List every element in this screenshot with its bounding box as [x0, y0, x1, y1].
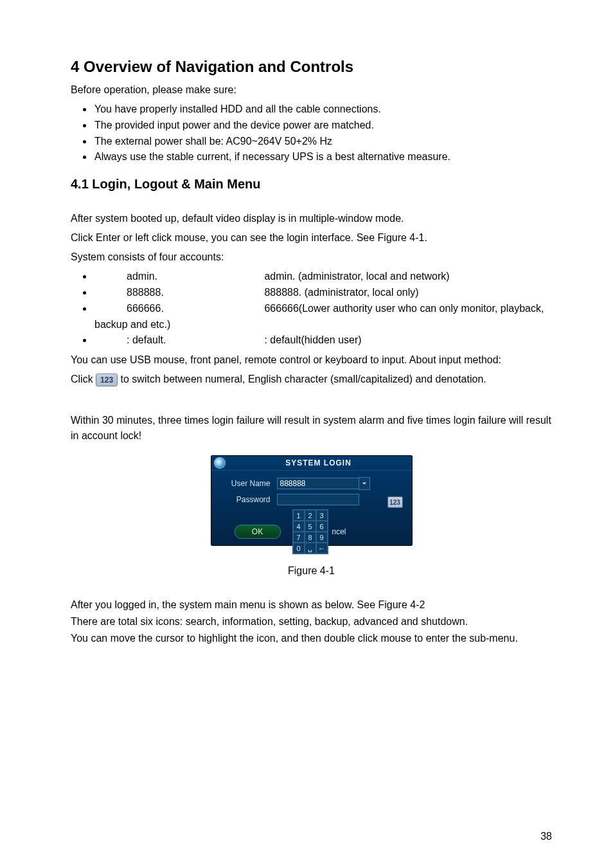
ok-button[interactable]: OK: [235, 525, 281, 539]
list-item: : default. : default(hidden user): [93, 332, 552, 348]
dialog-body: User Name 888888 Password 123 1 2: [211, 471, 412, 545]
body-text: There are total six icons: search, infor…: [71, 614, 552, 629]
body-text: Click Enter or left click mouse, you can…: [71, 230, 552, 246]
body-text: You can use USB mouse, front panel, remo…: [71, 352, 552, 368]
account-desc-wrap: backup and etc.): [94, 317, 552, 333]
account-desc: 888888. (administrator, local only): [264, 287, 418, 298]
text-fragment: Click: [71, 374, 96, 384]
keypad-key[interactable]: 0: [293, 543, 305, 554]
keypad-key[interactable]: 2: [305, 510, 316, 521]
login-dialog: SYSTEM LOGIN User Name 888888 Password 1…: [211, 455, 413, 546]
account-name: admin.: [94, 269, 262, 285]
keypad-key[interactable]: 8: [305, 532, 316, 543]
dialog-title: SYSTEM LOGIN: [228, 458, 409, 467]
list-item: The external power shall be: AC90~264V 5…: [93, 134, 552, 150]
keypad-key[interactable]: 5: [305, 521, 316, 532]
username-label: User Name: [219, 479, 277, 488]
password-field[interactable]: [277, 494, 359, 505]
password-row: Password: [219, 494, 404, 505]
body-text: System consists of four accounts:: [71, 249, 552, 265]
accounts-list: admin. admin. (administrator, local and …: [71, 269, 552, 348]
account-desc: 666666(Lower authority user who can only…: [264, 303, 544, 314]
password-label: Password: [219, 495, 277, 504]
chevron-down-icon: [362, 481, 367, 486]
keypad-key[interactable]: 1: [293, 510, 305, 521]
body-text: After system booted up, default video di…: [71, 211, 552, 226]
tail-section: After you logged in, the system main men…: [71, 597, 552, 646]
account-desc: admin. (administrator, local and network…: [264, 271, 449, 282]
dialog-titlebar: SYSTEM LOGIN: [211, 456, 412, 471]
text-fragment: to switch between numeral, English chara…: [121, 374, 486, 384]
keypad-key[interactable]: 7: [293, 532, 305, 543]
page-number: 38: [540, 831, 552, 842]
account-name: 666666.: [94, 301, 262, 317]
virtual-keypad: 1 2 3 4 5 6 7 8 9: [292, 509, 328, 554]
list-item: 888888. 888888. (administrator, local on…: [93, 285, 552, 301]
account-desc: : default(hidden user): [264, 334, 361, 345]
username-row: User Name 888888: [219, 477, 404, 490]
body-text: Click 123 to switch between numeral, Eng…: [71, 372, 552, 387]
body-text: You can move the cursor to highlight the…: [71, 631, 552, 646]
prereq-list: You have properly installed HDD and all …: [71, 102, 552, 165]
account-name: : default.: [94, 332, 262, 348]
keypad-key[interactable]: 3: [316, 510, 328, 521]
page: 4 Overview of Navigation and Controls Be…: [0, 0, 613, 868]
ime-switch-icon: 123: [96, 374, 118, 386]
keypad-key[interactable]: 9: [316, 532, 328, 543]
account-name: 888888.: [94, 285, 262, 301]
ime-toggle[interactable]: 123: [387, 496, 403, 508]
keypad-key[interactable]: 6: [316, 521, 328, 532]
body-text: After you logged in, the system main men…: [71, 597, 552, 613]
logo-icon: [214, 457, 226, 469]
list-item: The provided input power and the device …: [93, 118, 552, 134]
heading-2: 4.1 Login, Logout & Main Menu: [71, 177, 552, 192]
keypad-key[interactable]: 4: [293, 521, 305, 532]
list-item: admin. admin. (administrator, local and …: [93, 269, 552, 285]
list-item: You have properly installed HDD and all …: [93, 102, 552, 118]
username-field[interactable]: 888888: [277, 478, 359, 489]
figure-login: SYSTEM LOGIN User Name 888888 Password 1…: [71, 455, 552, 546]
list-item: Always use the stable current, if necess…: [93, 149, 552, 165]
heading-1: 4 Overview of Navigation and Controls: [71, 58, 552, 76]
figure-caption: Figure 4-1: [71, 565, 552, 577]
intro-text: Before operation, please make sure:: [71, 82, 552, 98]
keypad-space-key[interactable]: ␣: [305, 543, 316, 554]
cancel-button-fragment[interactable]: ncel: [332, 527, 346, 536]
list-item: 666666. 666666(Lower authority user who …: [93, 301, 552, 333]
warning-text: Within 30 minutes, three times login fai…: [71, 413, 552, 444]
username-dropdown[interactable]: [359, 477, 370, 490]
keypad-backspace-key[interactable]: ←: [316, 543, 328, 554]
